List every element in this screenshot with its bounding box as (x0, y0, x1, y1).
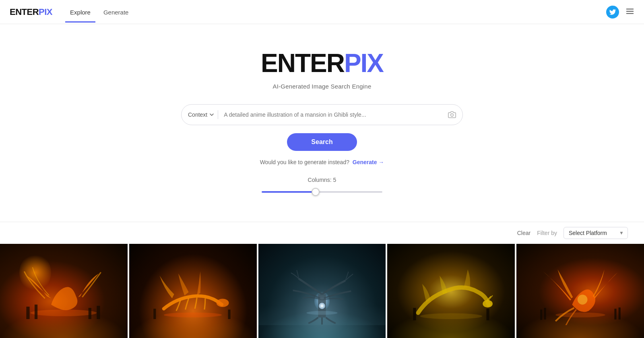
svg-rect-24 (544, 308, 546, 319)
svg-rect-23 (540, 309, 542, 320)
svg-point-9 (164, 312, 222, 317)
columns-label: Columns: 5 (308, 177, 336, 183)
svg-rect-5 (27, 307, 30, 319)
svg-rect-25 (614, 309, 616, 319)
svg-point-22 (577, 295, 587, 305)
image-cell-4[interactable] (387, 244, 515, 338)
svg-rect-7 (89, 308, 91, 319)
generate-hint: Would you like to generate instead? Gene… (260, 159, 384, 165)
image-grid (0, 244, 644, 338)
svg-point-4 (31, 309, 97, 316)
platform-select[interactable]: Select PlatformMidjourneyDALL-EStable Di… (564, 227, 628, 239)
creature-svg-4 (400, 263, 502, 325)
header-right (606, 6, 634, 19)
image-cell-5[interactable] (516, 244, 644, 338)
camera-icon[interactable] (448, 111, 456, 119)
menu-icon[interactable] (625, 7, 634, 17)
svg-point-17 (483, 300, 493, 307)
svg-rect-20 (486, 309, 489, 320)
svg-rect-12 (228, 309, 231, 319)
hero-section: ENTERPIX AI-Generated Image Search Engin… (0, 24, 644, 222)
svg-point-3 (451, 114, 454, 117)
header: ENTERPIX Explore Generate (0, 0, 644, 24)
svg-point-10 (217, 299, 229, 307)
svg-point-18 (420, 313, 482, 319)
main-nav: Explore Generate (65, 2, 133, 23)
platform-select-wrapper: Select PlatformMidjourneyDALL-EStable Di… (564, 227, 628, 239)
filter-bar: Clear Filter by Select PlatformMidjourne… (0, 222, 644, 244)
svg-rect-26 (618, 307, 620, 319)
columns-section: Columns: 5 (262, 177, 382, 194)
search-input[interactable] (224, 111, 448, 118)
filter-by-label: Filter by (537, 230, 557, 236)
search-button[interactable]: Search (287, 133, 357, 151)
image-cell-1[interactable] (0, 244, 128, 338)
search-bar: Context (181, 104, 463, 125)
nav-generate[interactable]: Generate (99, 2, 134, 23)
image-cell-3[interactable] (258, 244, 386, 338)
svg-rect-8 (97, 306, 100, 319)
hero-logo: ENTERPIX (261, 48, 383, 78)
slider-container (262, 187, 382, 194)
twitter-icon[interactable] (606, 6, 619, 19)
creature-svg-5 (529, 263, 631, 325)
clear-button[interactable]: Clear (517, 230, 530, 236)
svg-rect-11 (153, 309, 156, 319)
search-divider (218, 110, 218, 119)
context-chevron-icon (210, 113, 214, 116)
hero-logo-pix: PIX (344, 49, 383, 78)
creature-svg-2 (142, 263, 244, 325)
logo-enter-text: ENTER (10, 7, 39, 17)
logo-pix-text: PIX (39, 7, 52, 17)
columns-slider[interactable] (262, 191, 382, 193)
site-logo[interactable]: ENTERPIX (10, 7, 52, 17)
svg-rect-19 (413, 308, 416, 320)
hero-logo-enter: ENTER (261, 49, 344, 78)
context-button[interactable]: Context (188, 111, 218, 118)
hero-subtitle: AI-Generated Image Search Engine (273, 83, 372, 90)
creature-svg-1 (13, 263, 115, 325)
image-cell-2[interactable] (129, 244, 257, 338)
svg-rect-6 (35, 304, 37, 319)
nav-explore[interactable]: Explore (65, 2, 95, 23)
search-bar-wrapper: Context (181, 104, 463, 125)
generate-link[interactable]: Generate → (353, 159, 384, 165)
